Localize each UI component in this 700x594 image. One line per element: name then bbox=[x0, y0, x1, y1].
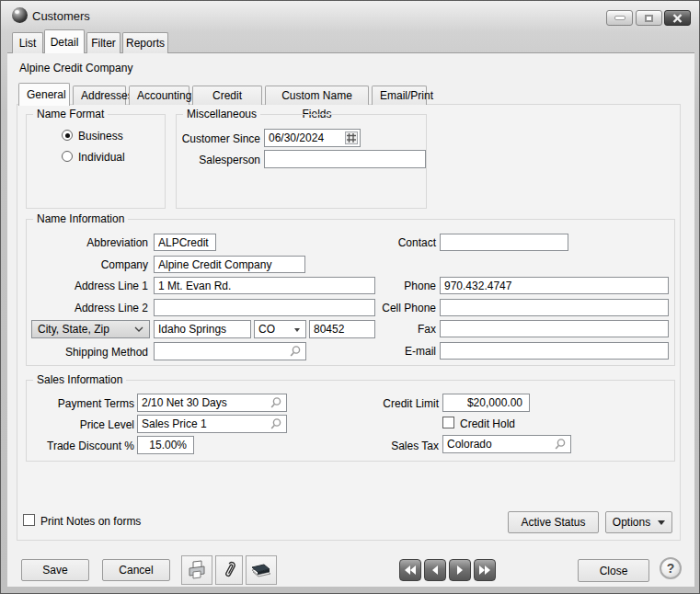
address-line-2-fieldbox bbox=[154, 299, 375, 316]
minimize-button[interactable] bbox=[606, 10, 633, 26]
shipping-method-label: Shipping Method bbox=[26, 346, 148, 359]
state-dropdown-icon[interactable] bbox=[294, 328, 300, 332]
sales-tax-input[interactable] bbox=[443, 436, 570, 452]
tab-accounting[interactable]: Accounting bbox=[129, 86, 189, 105]
save-button[interactable]: Save bbox=[21, 559, 89, 581]
calendar-picker-button[interactable] bbox=[345, 131, 358, 144]
address-line-1-label: Address Line 1 bbox=[26, 280, 148, 292]
contact-fieldbox bbox=[440, 234, 568, 251]
chevron-down-icon bbox=[134, 326, 143, 332]
abbreviation-fieldbox bbox=[154, 234, 216, 251]
close-window-button[interactable] bbox=[664, 10, 691, 26]
close-button[interactable]: Close bbox=[578, 559, 649, 582]
individual-radio[interactable] bbox=[62, 151, 73, 162]
minimize-icon bbox=[614, 16, 625, 20]
state-combobox[interactable] bbox=[254, 320, 306, 338]
last-record-icon bbox=[478, 565, 491, 576]
phone-fieldbox bbox=[440, 277, 669, 294]
fax-fieldbox bbox=[440, 320, 669, 337]
cell-phone-label: Cell Phone bbox=[350, 302, 436, 314]
tab-credit-cards[interactable]: Credit Cards bbox=[192, 86, 262, 105]
phone-input[interactable] bbox=[441, 278, 668, 293]
company-fieldbox bbox=[154, 256, 305, 273]
first-record-button[interactable] bbox=[399, 559, 421, 581]
miscellaneous-title: Miscellaneous bbox=[183, 108, 260, 120]
shipping-method-input[interactable] bbox=[155, 343, 305, 360]
previous-record-button[interactable] bbox=[424, 559, 446, 581]
tab-email-print[interactable]: Email/Print bbox=[372, 86, 427, 105]
price-level-lookup-button[interactable] bbox=[270, 417, 282, 433]
active-status-button[interactable]: Active Status bbox=[508, 511, 599, 533]
sales-tax-label: Sales Tax bbox=[350, 440, 439, 452]
maximize-button[interactable] bbox=[636, 10, 662, 26]
credit-limit-input[interactable] bbox=[443, 394, 529, 411]
cell-phone-fieldbox bbox=[440, 299, 669, 316]
payment-terms-input[interactable] bbox=[138, 394, 286, 411]
print-notes-checkbox[interactable] bbox=[23, 514, 35, 526]
address-line-1-input[interactable] bbox=[155, 278, 374, 293]
previous-record-icon bbox=[430, 565, 440, 576]
name-information-title: Name Information bbox=[33, 212, 128, 225]
book-icon bbox=[249, 559, 273, 581]
payment-terms-fieldbox bbox=[137, 394, 287, 412]
customer-since-label: Customer Since bbox=[176, 132, 260, 145]
trade-discount-label: Trade Discount % bbox=[26, 440, 134, 452]
credit-limit-fieldbox bbox=[442, 394, 530, 412]
payment-terms-label: Payment Terms bbox=[26, 397, 134, 410]
credit-hold-checkbox[interactable] bbox=[442, 417, 454, 428]
city-input[interactable] bbox=[155, 321, 250, 337]
business-radio[interactable] bbox=[62, 130, 73, 141]
tab-detail[interactable]: Detail bbox=[44, 29, 85, 53]
business-radio-label: Business bbox=[78, 130, 123, 143]
tab-list[interactable]: List bbox=[12, 32, 43, 53]
notes-button[interactable] bbox=[246, 555, 277, 585]
paperclip-icon bbox=[215, 555, 244, 585]
magnifier-icon bbox=[289, 345, 302, 358]
abbreviation-input[interactable] bbox=[155, 234, 215, 250]
next-record-button[interactable] bbox=[449, 559, 471, 581]
contact-input[interactable] bbox=[441, 234, 568, 250]
tab-filter[interactable]: Filter bbox=[86, 32, 120, 53]
trade-discount-input[interactable] bbox=[138, 437, 193, 453]
options-button[interactable]: Options bbox=[605, 511, 672, 533]
abbreviation-label: Abbreviation bbox=[26, 236, 148, 249]
address-line-2-input[interactable] bbox=[155, 300, 374, 315]
city-state-zip-selector[interactable]: City, State, Zip bbox=[31, 320, 150, 338]
tab-addresses[interactable]: Addresses bbox=[73, 86, 126, 105]
print-button[interactable] bbox=[181, 555, 212, 585]
trade-discount-fieldbox bbox=[137, 436, 194, 454]
payment-terms-lookup-button[interactable] bbox=[270, 396, 282, 412]
company-input[interactable] bbox=[155, 257, 304, 272]
email-label: E-mail bbox=[350, 345, 436, 358]
shipping-method-fieldbox bbox=[154, 342, 306, 360]
last-record-button[interactable] bbox=[474, 559, 496, 581]
tab-custom-name-fields[interactable]: Custom Name Fields bbox=[265, 86, 369, 105]
customer-since-fieldbox bbox=[264, 129, 361, 147]
price-level-label: Price Level bbox=[26, 418, 134, 431]
sales-tax-lookup-button[interactable] bbox=[554, 438, 567, 453]
close-icon bbox=[672, 14, 683, 23]
company-label: Company bbox=[26, 258, 148, 271]
tab-general[interactable]: General bbox=[18, 83, 70, 106]
cancel-button-label: Cancel bbox=[119, 564, 153, 577]
help-button[interactable]: ? bbox=[660, 557, 682, 579]
save-button-label: Save bbox=[42, 564, 67, 577]
fax-input[interactable] bbox=[441, 321, 668, 337]
credit-limit-label: Credit Limit bbox=[350, 397, 439, 410]
sales-information-title: Sales Information bbox=[33, 373, 126, 386]
address-line-1-fieldbox bbox=[154, 277, 375, 294]
cancel-button[interactable]: Cancel bbox=[102, 559, 170, 581]
tab-reports[interactable]: Reports bbox=[122, 32, 168, 53]
customer-name-heading: Alpine Credit Company bbox=[19, 62, 132, 74]
credit-hold-label: Credit Hold bbox=[460, 417, 515, 430]
price-level-input[interactable] bbox=[138, 416, 286, 432]
email-input[interactable] bbox=[441, 343, 668, 359]
salesperson-input[interactable] bbox=[265, 151, 425, 167]
printer-icon bbox=[186, 559, 208, 581]
active-status-button-label: Active Status bbox=[521, 516, 585, 529]
cell-phone-input[interactable] bbox=[441, 300, 668, 315]
next-record-icon bbox=[455, 565, 465, 576]
shipping-method-lookup-button[interactable] bbox=[289, 345, 302, 360]
app-icon bbox=[12, 7, 28, 23]
attachments-button[interactable] bbox=[215, 555, 243, 585]
